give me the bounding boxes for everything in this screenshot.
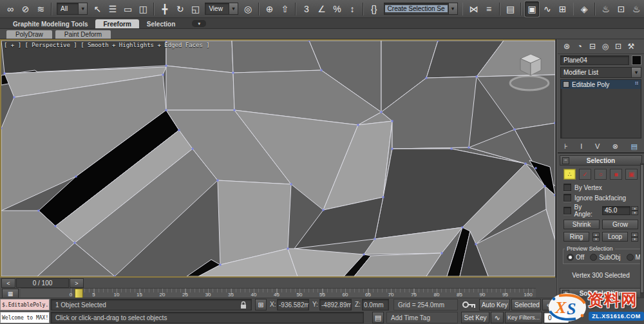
by-angle-field[interactable]: 45.0: [602, 206, 631, 215]
mesh-vertex[interactable]: [468, 147, 470, 149]
mesh-vertex[interactable]: [437, 41, 439, 42]
set-key-button[interactable]: Set Key: [461, 312, 489, 323]
preview-off-radio[interactable]: Off: [567, 254, 584, 261]
mesh-vertex[interactable]: [357, 124, 359, 126]
select-and-rotate-button[interactable]: ↻: [173, 1, 187, 17]
preview-subobj-radio[interactable]: SubObj: [590, 254, 620, 261]
object-name-field[interactable]: Plane04: [560, 55, 629, 65]
object-color-swatch[interactable]: [632, 55, 641, 65]
mesh-vertex[interactable]: [232, 72, 234, 74]
mesh-vertex[interactable]: [38, 210, 40, 212]
mesh-vertex[interactable]: [217, 180, 219, 182]
spinner-down-icon[interactable]: ▾: [631, 211, 638, 215]
edge-subobject-button[interactable]: ✓: [579, 169, 591, 180]
mesh-vertex[interactable]: [441, 253, 443, 254]
curve-editor-button[interactable]: ∿: [540, 1, 554, 17]
mesh-vertex[interactable]: [383, 196, 384, 198]
ribbon-subtab-paint-deform[interactable]: Paint Deform: [55, 30, 111, 39]
absolute-mode-toggle-button[interactable]: ⊞: [255, 299, 267, 310]
motion-tab[interactable]: ◎: [599, 41, 612, 52]
graphite-ribbon-toggle-button[interactable]: ▣: [525, 1, 539, 17]
ignore-backfacing-checkbox[interactable]: Ignore Backfacing: [560, 193, 642, 203]
select-and-move-button[interactable]: ╋: [158, 1, 172, 17]
mesh-vertex[interactable]: [476, 76, 478, 78]
edit-named-selection-sets-button[interactable]: {}: [367, 1, 381, 17]
polygon-subobject-button[interactable]: ■: [610, 169, 622, 180]
mesh-vertex[interactable]: [192, 148, 194, 150]
spinner-up-icon[interactable]: ▴: [631, 233, 638, 237]
selection-rollout-header[interactable]: − Selection: [560, 155, 642, 166]
configure-modifier-sets-button[interactable]: ▤: [631, 142, 638, 151]
mesh-vertex[interactable]: [290, 184, 292, 186]
select-and-scale-button[interactable]: ◱: [189, 1, 203, 17]
window-crossing-toggle-button[interactable]: ◫: [137, 1, 151, 17]
vertex-subobject-button[interactable]: ∴: [564, 169, 576, 180]
mesh-vertex[interactable]: [234, 110, 236, 111]
named-selection-sets-dropdown[interactable]: Create Selection Se▾: [384, 3, 458, 15]
mesh-vertex[interactable]: [166, 110, 167, 111]
loop-button[interactable]: Loop: [602, 232, 628, 242]
reference-coordinate-system-dropdown[interactable]: View▾: [205, 3, 238, 15]
border-subobject-button[interactable]: ○: [594, 169, 607, 180]
mesh-vertex[interactable]: [178, 129, 180, 131]
select-by-name-button[interactable]: ☰: [106, 1, 120, 17]
spinner-down-icon[interactable]: ▾: [592, 237, 600, 242]
rendered-frame-window-button[interactable]: ⊡: [614, 1, 629, 17]
display-tab[interactable]: ⊡: [612, 41, 625, 52]
align-button[interactable]: ≡: [482, 1, 496, 17]
snaps-toggle-button[interactable]: 3: [299, 1, 314, 17]
mesh-vertex[interactable]: [323, 209, 325, 211]
mesh-vertex[interactable]: [1, 128, 3, 129]
poly-face[interactable]: [166, 66, 234, 110]
rectangular-selection-region-button[interactable]: ▭: [121, 1, 135, 17]
bind-to-space-warp-button[interactable]: ≋: [33, 1, 48, 17]
mesh-vertex[interactable]: [392, 148, 393, 150]
poly-face[interactable]: [232, 41, 321, 73]
open-mini-curve-editor-button[interactable]: ▦: [2, 289, 19, 298]
next-frame-button[interactable]: >: [70, 278, 84, 288]
pin-stack-button[interactable]: ⊦: [564, 142, 568, 151]
mesh-vertex[interactable]: [166, 65, 167, 67]
select-object-button[interactable]: ↖: [90, 1, 104, 17]
by-angle-checkbox[interactable]: By Angle:: [564, 204, 600, 218]
modifier-list-dropdown[interactable]: Modifier List ▾: [560, 67, 641, 78]
viewport-label[interactable]: [ + ] [ Perspective ] [ Smooth + Highlig…: [4, 42, 210, 48]
angle-snap-toggle-button[interactable]: ∠: [315, 1, 329, 17]
shrink-button[interactable]: Shrink: [564, 220, 600, 229]
mesh-vertex[interactable]: [4, 73, 6, 75]
modify-tab[interactable]: ◔: [573, 41, 586, 52]
element-subobject-button[interactable]: ▣: [625, 169, 638, 180]
loop-spinner[interactable]: ▴ ▾: [631, 233, 638, 242]
show-end-result-button[interactable]: I: [580, 142, 582, 150]
mesh-vertex[interactable]: [535, 167, 537, 169]
mesh-vertex[interactable]: [475, 243, 477, 245]
y-coordinate-field[interactable]: -4892.89mm: [319, 299, 352, 310]
mesh-vertex[interactable]: [544, 186, 546, 187]
mesh-vertex[interactable]: [381, 111, 383, 113]
mesh-vertex[interactable]: [287, 248, 289, 250]
key-mode-dropdown[interactable]: Selected: [511, 299, 541, 310]
keyboard-shortcut-override-button[interactable]: ⇧: [278, 1, 292, 17]
by-angle-spinner[interactable]: ▴ ▾: [631, 206, 638, 215]
remove-modifier-button[interactable]: ⊗: [612, 142, 618, 151]
mesh-vertex[interactable]: [162, 74, 164, 76]
ribbon-collapse-button[interactable]: ▾: [192, 20, 206, 27]
ribbon-tab-graphite-modeling-tools[interactable]: Graphite Modeling Tools: [5, 19, 95, 28]
mesh-vertex[interactable]: [55, 225, 57, 227]
layer-manager-button[interactable]: ▤: [504, 1, 518, 17]
ring-spinner[interactable]: ▴ ▾: [592, 233, 600, 242]
perspective-viewport[interactable]: [ + ] [ Perspective ] [ Smooth + Highlig…: [0, 39, 556, 278]
mesh-vertex[interactable]: [321, 70, 323, 71]
mesh-vertex[interactable]: [114, 276, 116, 277]
add-time-tag[interactable]: Add Time Tag: [386, 312, 458, 323]
utilities-tab[interactable]: ⚒: [625, 41, 638, 52]
mesh-vertex[interactable]: [14, 97, 15, 99]
mesh-vertex[interactable]: [308, 41, 310, 42]
spinner-up-icon[interactable]: ▴: [592, 233, 600, 237]
set-keys-button[interactable]: [461, 300, 477, 310]
mesh-vertex[interactable]: [363, 254, 365, 256]
previous-frame-button[interactable]: <: [1, 278, 15, 288]
mesh-vertex[interactable]: [462, 227, 464, 229]
maxscript-mini-listener-line2[interactable]: Welcome to MAX!: [0, 312, 50, 323]
mesh-vertex[interactable]: [426, 77, 428, 79]
